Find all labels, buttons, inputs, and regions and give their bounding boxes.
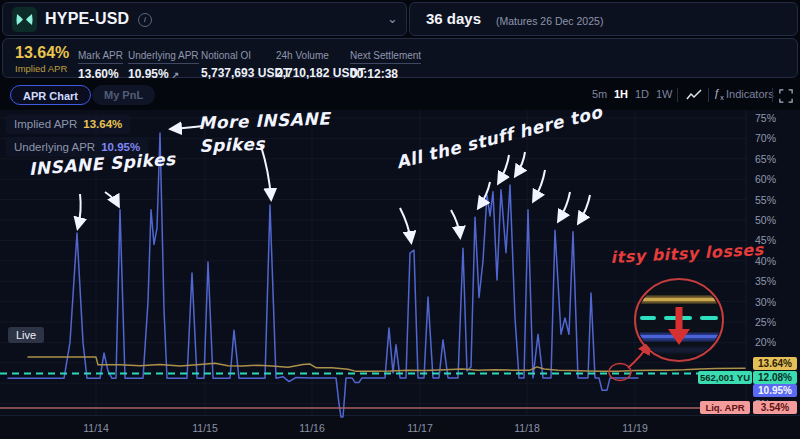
stat-label[interactable]: Underlying APR: [128, 50, 199, 64]
timeframe-indicators[interactable]: Indicators: [726, 88, 774, 100]
y-axis-label: 70%: [755, 132, 776, 144]
stat-label[interactable]: Next Settlement: [350, 50, 421, 64]
implied-apr-value: 13.64%: [15, 44, 69, 62]
axis-badge: 12.08%: [753, 371, 797, 384]
stat-value: 13.60%: [78, 67, 123, 81]
stat-mark-apr: Mark APR13.60%: [78, 45, 123, 81]
axis-badge: 10.95%: [753, 384, 797, 397]
stat-label: Notional OI: [201, 50, 251, 63]
stat-value: 00:12:38: [350, 67, 421, 81]
hype-logo-icon: [12, 7, 37, 32]
external-link-icon[interactable]: ↗: [172, 70, 180, 80]
divider: [772, 88, 773, 102]
x-axis-label: 11/15: [192, 422, 218, 434]
implied-apr-label: Implied APR: [15, 63, 67, 74]
y-axis-label: 50%: [755, 214, 776, 226]
legend-implied-apr: Implied APR13.64%: [6, 114, 130, 134]
maturity-selector[interactable]: 36 days (Matures 26 Dec 2025) ⌄: [409, 2, 798, 36]
y-axis-label: 20%: [755, 336, 776, 348]
y-axis-label: 65%: [755, 153, 776, 165]
timeframe-1w[interactable]: 1W: [656, 88, 673, 100]
chevron-down-icon[interactable]: ⌄: [387, 11, 398, 26]
floating-badge: Liq. APR: [700, 401, 750, 414]
tab-apr-chart[interactable]: APR Chart: [10, 85, 91, 105]
market-title: HYPE-USD: [45, 10, 129, 28]
fx-icon[interactable]: ƒx: [714, 87, 724, 101]
y-axis-label: 35%: [755, 275, 776, 287]
market-selector[interactable]: HYPE-USD i ⌄: [2, 2, 407, 36]
divider: [677, 88, 678, 102]
x-axis-label: 11/14: [83, 422, 109, 434]
stats-bar: 13.64% Implied APR Mark APR13.60%Underly…: [2, 38, 798, 78]
tab-my-pnl[interactable]: My PnL: [92, 85, 155, 105]
timeframe-1h[interactable]: 1H: [614, 88, 628, 100]
stat-label[interactable]: Mark APR: [78, 50, 123, 64]
annotation-text-1: More INSANE Spikes: [198, 107, 331, 157]
stat-next-settlement: Next Settlement00:12:38: [350, 45, 421, 81]
legend-value: 13.64%: [83, 118, 122, 130]
legend-label: Implied APR: [14, 118, 77, 130]
timeframe-5m[interactable]: 5m: [592, 88, 607, 100]
x-axis-label: 11/19: [622, 422, 648, 434]
timeframe-1d[interactable]: 1D: [635, 88, 649, 100]
chart-toolbar: APR ChartMy PnL 5m1H1D1WIndicators ƒx: [0, 82, 800, 110]
maturity-label: (Matures 26 Dec 2025): [496, 15, 603, 27]
floating-badge: 562,001 YU: [698, 371, 752, 384]
x-axis-label: 11/18: [514, 422, 540, 434]
y-axis-label: 60%: [755, 173, 776, 185]
y-axis-label: 55%: [755, 194, 776, 206]
axis-badge: 3.54%: [753, 401, 797, 414]
axis-badge: 13.64%: [753, 357, 797, 370]
fullscreen-icon[interactable]: [779, 89, 793, 105]
stat-underlying-apr: Underlying APR10.95%↗: [128, 45, 199, 81]
legend-label: Underlying APR: [14, 141, 95, 153]
y-axis-label: 75%: [755, 112, 776, 124]
info-icon[interactable]: i: [138, 13, 152, 27]
divider: [708, 88, 709, 102]
apr-chart-canvas[interactable]: 75%70%65%60%55%50%45%40%35%30%25%20%15%1…: [0, 110, 800, 439]
y-axis-label: 25%: [755, 316, 776, 328]
y-axis-label: 30%: [755, 296, 776, 308]
x-axis-label: 11/17: [407, 422, 433, 434]
trading-app: HYPE-USD i ⌄ 36 days (Matures 26 Dec 202…: [0, 0, 800, 439]
x-axis-label: 11/16: [299, 422, 325, 434]
stat-value: 10.95%↗: [128, 67, 199, 81]
stat-label: 24h Volume: [276, 50, 329, 63]
duration-label: 36 days: [426, 10, 481, 27]
line-chart-type-icon[interactable]: [686, 89, 702, 103]
live-button[interactable]: Live: [8, 327, 44, 343]
